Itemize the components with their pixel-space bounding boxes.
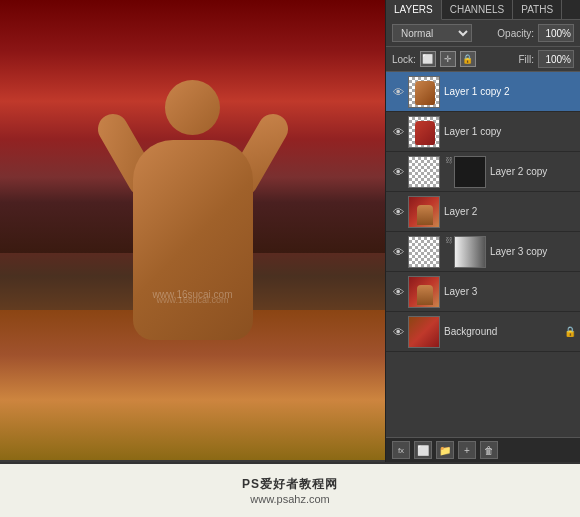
lock-icon: 🔒 — [564, 326, 576, 337]
layers-controls: Normal Opacity: — [386, 20, 580, 47]
canvas-area: www.16sucai.com www.16sucai.com — [0, 0, 385, 460]
eye-icon[interactable]: 👁 — [390, 84, 406, 100]
blend-mode-select[interactable]: Normal — [392, 24, 472, 42]
new-layer-button[interactable]: + — [458, 441, 476, 459]
layer-item[interactable]: 👁 Layer 3 — [386, 272, 580, 312]
layer-name: Layer 3 copy — [490, 246, 576, 257]
layer-name: Layer 1 copy 2 — [444, 86, 576, 97]
chain-icon: ⛓ — [445, 236, 453, 268]
lock-row: Lock: ⬜ ✛ 🔒 Fill: — [386, 47, 580, 72]
layer-name: Layer 1 copy — [444, 126, 576, 137]
layer-item[interactable]: 👁 Layer 2 — [386, 192, 580, 232]
fill-input[interactable] — [538, 50, 574, 68]
status-text-2: www.psahz.com — [250, 493, 329, 505]
layer-thumbnail — [408, 156, 440, 188]
layer-item[interactable]: 👁 Layer 1 copy — [386, 112, 580, 152]
layer-thumbnail — [408, 76, 440, 108]
canvas-image: www.16sucai.com www.16sucai.com — [0, 0, 385, 460]
opacity-input[interactable] — [538, 24, 574, 42]
opacity-label: Opacity: — [497, 28, 534, 39]
thumb-pair: ⛓ — [408, 156, 486, 188]
layer-mask-thumbnail — [454, 156, 486, 188]
eye-icon[interactable]: 👁 — [390, 204, 406, 220]
status-text-1: PS爱好者教程网 — [242, 476, 338, 493]
eye-icon[interactable]: 👁 — [390, 324, 406, 340]
layer-name: Layer 2 — [444, 206, 576, 217]
eye-icon[interactable]: 👁 — [390, 164, 406, 180]
main-area: www.16sucai.com www.16sucai.com LAYERS C… — [0, 0, 580, 462]
layers-toolbar: fx ⬜ 📁 + 🗑 — [386, 437, 580, 462]
fill-label: Fill: — [518, 54, 534, 65]
layer-thumbnail — [408, 116, 440, 148]
lock-checkerboard-btn[interactable]: ⬜ — [420, 51, 436, 67]
eye-icon[interactable]: 👁 — [390, 284, 406, 300]
thumb-pair: ⛓ — [408, 236, 486, 268]
add-mask-button[interactable]: ⬜ — [414, 441, 432, 459]
tab-paths[interactable]: PATHS — [513, 0, 562, 19]
tab-channels[interactable]: CHANNELS — [442, 0, 513, 19]
add-style-button[interactable]: fx — [392, 441, 410, 459]
new-group-button[interactable]: 📁 — [436, 441, 454, 459]
eye-icon[interactable]: 👁 — [390, 244, 406, 260]
layer-item[interactable]: 👁 Layer 1 copy 2 — [386, 72, 580, 112]
layer-thumbnail — [408, 316, 440, 348]
layer-item[interactable]: 👁 Background 🔒 — [386, 312, 580, 352]
bottom-watermark: www.16sucai.com — [156, 295, 228, 305]
lock-label: Lock: — [392, 54, 416, 65]
layer-thumbnail — [408, 236, 440, 268]
layers-list[interactable]: 👁 Layer 1 copy 2 👁 Layer 1 copy 👁 ⛓ Laye… — [386, 72, 580, 437]
tab-layers[interactable]: LAYERS — [386, 0, 442, 20]
layer-thumbnail — [408, 276, 440, 308]
layer-thumbnail — [408, 196, 440, 228]
panels: LAYERS CHANNELS PATHS Normal Opacity: Lo… — [385, 0, 580, 462]
layer-mask-thumbnail — [454, 236, 486, 268]
eye-icon[interactable]: 👁 — [390, 124, 406, 140]
layer-name: Background — [444, 326, 562, 337]
layer-name: Layer 3 — [444, 286, 576, 297]
status-bar: PS爱好者教程网 www.psahz.com — [0, 462, 580, 517]
chain-icon: ⛓ — [445, 156, 453, 188]
layer-name: Layer 2 copy — [490, 166, 576, 177]
lock-move-btn[interactable]: ✛ — [440, 51, 456, 67]
layer-item[interactable]: 👁 ⛓ Layer 3 copy — [386, 232, 580, 272]
delete-layer-button[interactable]: 🗑 — [480, 441, 498, 459]
panel-tabs: LAYERS CHANNELS PATHS — [386, 0, 580, 20]
lock-all-btn[interactable]: 🔒 — [460, 51, 476, 67]
layer-item[interactable]: 👁 ⛓ Layer 2 copy — [386, 152, 580, 192]
